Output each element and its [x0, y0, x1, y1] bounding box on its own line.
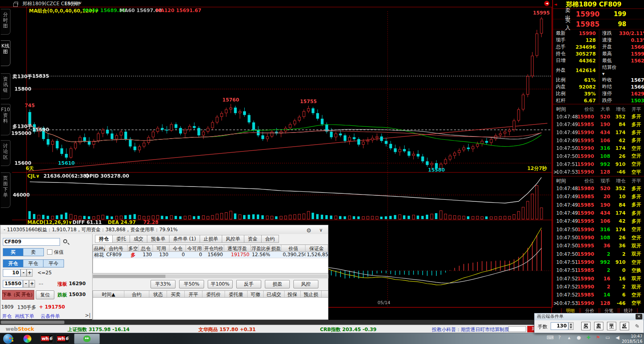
quantity-plus-button[interactable]: + — [27, 269, 33, 277]
collapse-icon[interactable]: ∨ — [319, 226, 323, 234]
trade-tab-9[interactable]: 合约 — [262, 235, 279, 243]
quote-stat-row: 杠杆6.67跌停15030 — [553, 97, 644, 104]
app-ball-icon[interactable] — [23, 335, 31, 343]
close-percent-button-2[interactable]: 平50% — [179, 280, 204, 288]
order-table-header: 时间▲合约状态买卖开平委托价委托量可撤已成交投保预止损 — [93, 291, 328, 298]
quote-stat-row: 比例39%涨停16290 — [553, 90, 644, 97]
order-link-3[interactable]: 云条件单 — [41, 313, 60, 320]
trade-tab-6[interactable]: 止损单 — [200, 235, 222, 243]
tick-row: 10:47:5015990316174空开 — [553, 226, 644, 234]
period-selector[interactable]: 15分钟 — [64, 0, 80, 7]
quantity-input[interactable]: 10 — [3, 269, 21, 277]
macd-label[interactable]: MACD(12,26,9)∨ — [27, 220, 72, 225]
close-icon[interactable]: ✕ — [636, 314, 642, 319]
wenhua-app-icon-2[interactable]: wh6 — [56, 334, 69, 343]
trade-tab-4[interactable]: 预备单 — [147, 235, 169, 243]
close-percent-button-6[interactable]: 风控 — [293, 280, 318, 288]
crb-index: CRB指数 203.45 -0.39 — [320, 326, 376, 333]
help-tray-icon[interactable]: ? — [556, 335, 563, 340]
trade-tab-7[interactable]: 风控单 — [222, 235, 244, 243]
close-percent-button-5[interactable]: 损盈 — [265, 280, 290, 288]
search-icon[interactable] — [63, 239, 67, 243]
position-row[interactable]: 棉花CF809多130130001569019175012.56%0,390,2… — [93, 252, 328, 258]
flag-alert-icon[interactable]: ⚑ — [595, 335, 601, 340]
trade-tabs: 持仓委托成交预备单条件单 (1)止损单风控单资金合约 — [95, 235, 279, 243]
cjl-label[interactable]: CJL∨ — [27, 173, 40, 179]
draw-pen-icon[interactable]: ✎ — [634, 323, 640, 330]
price-input[interactable]: 15850 — [3, 280, 23, 288]
trade-tab-2[interactable]: 委托 — [113, 235, 130, 243]
contract-input[interactable]: CF809 — [3, 238, 60, 246]
tick-row: 10:47:501599010826空开 — [553, 152, 644, 160]
safety-icon[interactable]: ✚ — [585, 335, 592, 340]
tick-row: 10:47:511598520空换 — [553, 266, 644, 274]
quote-stat-row: 内盘92082昨结15660 — [553, 83, 644, 90]
expand-icon[interactable]: >| — [85, 313, 91, 318]
bottom-scrollbar-thumb[interactable] — [1, 321, 64, 324]
tick-row: 10:47:5115990992910空开 — [553, 160, 644, 168]
lots-input[interactable]: 130 — [551, 322, 568, 330]
close-button[interactable]: 平仓 — [23, 260, 43, 267]
close-today-button[interactable]: 平今 — [43, 260, 64, 267]
tick-row: 10:47:49159852010多开 — [553, 193, 644, 201]
price-minus-button[interactable]: - — [23, 280, 29, 288]
quick-1-button[interactable]: 买 — [581, 322, 590, 330]
gear-icon[interactable]: ⚙ — [306, 226, 312, 235]
sidebar-tab-5[interactable]: 讨论区 — [1, 140, 10, 166]
trade-tab-1[interactable]: 持仓 — [95, 235, 113, 243]
quick-4-button[interactable]: 反 — [620, 322, 629, 330]
quote-stat-row: 比例61%昨收15670 — [553, 77, 644, 83]
sidebar-tab-2[interactable]: K线图 — [1, 40, 10, 66]
wenhua-app-icon[interactable]: wh6 — [40, 334, 53, 343]
ticker-input[interactable] — [508, 326, 526, 332]
current-tick-icon: > — [553, 300, 557, 306]
buy-button[interactable]: 买 — [3, 249, 23, 256]
order-link-2[interactable]: 画线下单 — [15, 313, 34, 320]
back-to-latest-icon[interactable]: ◄ — [544, 1, 549, 6]
cjl-value: 21636.00(62:38) — [43, 173, 89, 179]
panel-title: 画云端条件单 — [535, 313, 644, 320]
close-percent-button-3[interactable]: 平100% — [208, 280, 233, 288]
limit-down-value: 15030 — [69, 292, 86, 297]
price-more-button[interactable]: ... — [39, 280, 43, 286]
close-percent-button-4[interactable]: 反手 — [236, 280, 261, 288]
bottom-scrollbar[interactable] — [0, 320, 552, 325]
show-hidden-icons[interactable]: ▴ — [566, 335, 572, 340]
stats-divider — [599, 30, 599, 104]
ask-price: 15990 — [571, 10, 605, 18]
sidebar-tab-3[interactable]: 资讯链 — [1, 73, 10, 99]
webstock-logo: webStock — [6, 326, 34, 332]
reset-button[interactable]: 复位 — [36, 290, 54, 299]
tick-row: 10:47:5015990316174空开 — [553, 145, 644, 153]
sell-button[interactable]: 卖 — [23, 249, 43, 256]
notification-icon[interactable]: ● — [576, 335, 582, 340]
quick-2-button[interactable]: 卖 — [594, 322, 603, 330]
bid-row[interactable]: 买入 15985 98 — [553, 19, 644, 29]
h-scrollbar-thumb[interactable] — [93, 275, 165, 278]
h-scrollbar[interactable] — [93, 274, 328, 278]
lots-spinner[interactable]: ▲▼ — [568, 322, 574, 330]
close-percent-button-1[interactable]: 平33% — [151, 280, 175, 288]
trade-tab-8[interactable]: 资金 — [244, 235, 262, 243]
start-button[interactable] — [3, 334, 13, 344]
hedge-checkbox[interactable] — [47, 249, 52, 255]
sell-order-label: 卖130手 — [12, 73, 32, 80]
volume-icon[interactable]: ◀ — [614, 335, 621, 340]
education-tip: 投教小科普：期货逐日盯市结算制度 — [432, 326, 509, 333]
open-button[interactable]: 开仓 — [3, 260, 23, 267]
order-link-1[interactable]: 开仓 — [2, 313, 12, 320]
trade-tab-3[interactable]: 成交 — [130, 235, 147, 243]
quick-3-button[interactable]: 平 — [607, 322, 616, 330]
sidebar-tab-1[interactable]: 分时图 — [1, 9, 10, 35]
price-plus-button[interactable]: + — [29, 280, 35, 288]
keyboard-tray-icon[interactable]: ⌨ — [547, 335, 553, 340]
sidebar-tab-4[interactable]: F10资料 — [1, 104, 10, 135]
trade-tab-5[interactable]: 条件单 (1) — [169, 235, 200, 243]
bid-qty: 98 — [605, 21, 644, 28]
open-close-switch: 开仓 平仓 平今 — [3, 259, 64, 267]
network-icon[interactable]: ▭ — [605, 335, 611, 340]
sidebar-tab-6[interactable]: 页面下单 — [1, 172, 10, 208]
wechat-taskbar-button[interactable] — [74, 334, 100, 344]
quantity-minus-button[interactable]: - — [21, 269, 27, 277]
place-order-button[interactable]: 下单（买 开仓） — [2, 290, 34, 300]
